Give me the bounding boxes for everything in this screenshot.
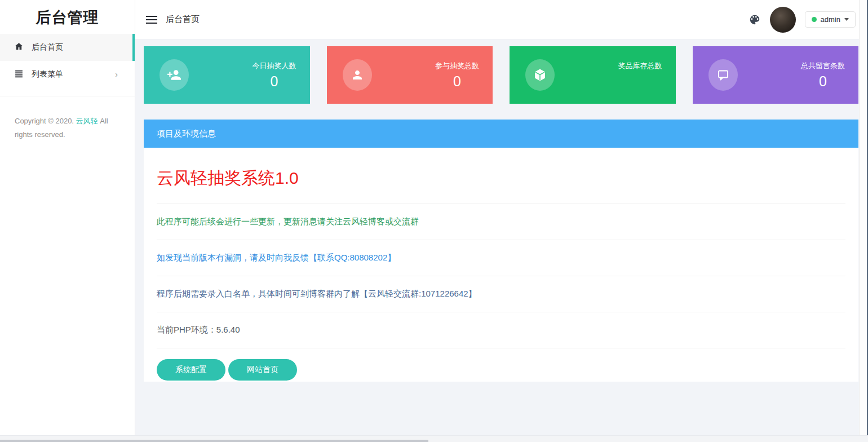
app-title: 后台管理 xyxy=(0,0,135,34)
person-icon xyxy=(343,59,372,91)
username: admin xyxy=(821,15,840,24)
horizontal-scrollbar[interactable] xyxy=(0,435,868,442)
vertical-scrollbar[interactable] xyxy=(859,0,868,442)
topbar: 后台首页 admin xyxy=(135,0,868,39)
breadcrumb: 后台首页 xyxy=(166,14,200,25)
stat-cards-row: 今日抽奖人数 0 参与抽奖总数 0 奖品库存总数 xyxy=(144,46,858,104)
horizontal-scrollbar-thumb[interactable] xyxy=(0,440,428,442)
divider xyxy=(157,348,845,348)
caret-down-icon xyxy=(844,18,849,21)
chat-bubble-icon xyxy=(708,59,738,91)
divider xyxy=(157,276,845,276)
stat-label: 参与抽奖总数 xyxy=(435,61,479,71)
main-content: 今日抽奖人数 0 参与抽奖总数 0 奖品库存总数 xyxy=(135,39,868,435)
sidebar-item-label: 后台首页 xyxy=(32,42,126,52)
theme-palette-icon[interactable] xyxy=(749,14,761,26)
sidebar-item-list-menu[interactable]: 列表菜单 › xyxy=(0,61,135,88)
hamburger-menu-icon[interactable] xyxy=(146,16,157,24)
panel-actions: 系统配置 网站首页 xyxy=(157,359,845,381)
site-home-button[interactable]: 网站首页 xyxy=(228,359,297,381)
stat-label: 总共留言条数 xyxy=(801,61,845,71)
panel-header: 项目及环境信息 xyxy=(144,120,858,148)
stat-value: 0 xyxy=(253,73,296,90)
copyright-text: Copyright © 2020. 云风轻 All rights reserve… xyxy=(0,96,135,142)
copyright-link[interactable]: 云风轻 xyxy=(76,117,98,125)
stat-label: 今日抽奖人数 xyxy=(253,61,296,71)
system-title: 云风轻抽奖系统1.0 xyxy=(157,167,845,190)
online-status-dot xyxy=(812,17,817,22)
divider xyxy=(157,312,845,312)
list-icon xyxy=(14,69,24,80)
info-paragraph-update: 此程序可能后续会进行一些更新，更新消息请关注云风轻博客或交流群 xyxy=(157,216,845,227)
stat-value: 0 xyxy=(435,73,479,90)
stat-value: 0 xyxy=(801,73,845,90)
panel-body: 云风轻抽奖系统1.0 此程序可能后续会进行一些更新，更新消息请关注云风轻博客或交… xyxy=(144,148,858,381)
stat-label: 奖品库存总数 xyxy=(618,61,662,71)
info-paragraph-feedback: 如发现当前版本有漏洞，请及时向我反馈【联系QQ:80808202】 xyxy=(157,253,845,263)
chevron-right-icon: › xyxy=(115,70,126,79)
info-panel: 项目及环境信息 云风轻抽奖系统1.0 此程序可能后续会进行一些更新，更新消息请关… xyxy=(144,120,858,382)
user-avatar[interactable] xyxy=(770,7,796,33)
topbar-right: admin xyxy=(749,7,856,33)
stat-card-today-draws: 今日抽奖人数 0 xyxy=(144,46,310,104)
stat-value xyxy=(618,73,662,90)
sidebar: 后台管理 后台首页 列表菜单 › Copyright © 2020. 云风轻 A… xyxy=(0,0,135,435)
cube-icon xyxy=(525,59,555,91)
info-paragraph-php-env: 当前PHP环境：5.6.40 xyxy=(157,325,845,335)
stat-card-total-messages: 总共留言条数 0 xyxy=(693,46,859,104)
home-icon xyxy=(14,42,24,53)
stat-card-prize-stock: 奖品库存总数 xyxy=(510,46,676,104)
person-add-icon xyxy=(160,59,189,91)
info-paragraph-whitelist: 程序后期需要录入白名单，具体时间可到博客群内了解【云风轻交流群:10712266… xyxy=(157,289,845,299)
user-dropdown[interactable]: admin xyxy=(805,11,856,28)
sidebar-item-home[interactable]: 后台首页 xyxy=(0,34,135,61)
sidebar-item-label: 列表菜单 xyxy=(32,69,107,79)
divider xyxy=(157,204,845,204)
system-config-button[interactable]: 系统配置 xyxy=(157,359,225,381)
divider xyxy=(157,240,845,240)
stat-card-total-participants: 参与抽奖总数 0 xyxy=(327,46,493,104)
